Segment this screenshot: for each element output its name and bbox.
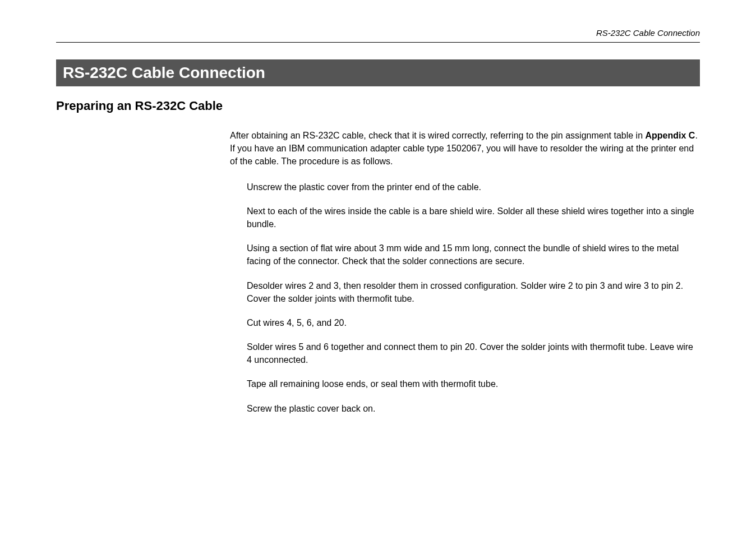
step-item: Next to each of the wires inside the cab… (247, 205, 700, 230)
header-divider (56, 42, 700, 43)
intro-paragraph: After obtaining an RS-232C cable, check … (230, 129, 700, 168)
subsection-title: Preparing an RS-232C Cable (56, 99, 700, 113)
intro-text-part1: After obtaining an RS-232C cable, check … (230, 131, 646, 140)
step-item: Cut wires 4, 5, 6, and 20. (247, 316, 700, 329)
appendix-reference: Appendix C (646, 131, 695, 140)
step-item: Solder wires 5 and 6 together and connec… (247, 340, 700, 366)
running-header: RS-232C Cable Connection (56, 28, 700, 42)
step-item: Desolder wires 2 and 3, then resolder th… (247, 279, 700, 305)
step-item: Unscrew the plastic cover from the print… (247, 181, 700, 193)
section-title-bar: RS-232C Cable Connection (56, 59, 700, 86)
step-item: Screw the plastic cover back on. (247, 402, 700, 415)
step-item: Tape all remaining loose ends, or seal t… (247, 377, 700, 390)
content-block: After obtaining an RS-232C cable, check … (230, 129, 700, 415)
step-item: Using a section of flat wire about 3 mm … (247, 242, 700, 268)
